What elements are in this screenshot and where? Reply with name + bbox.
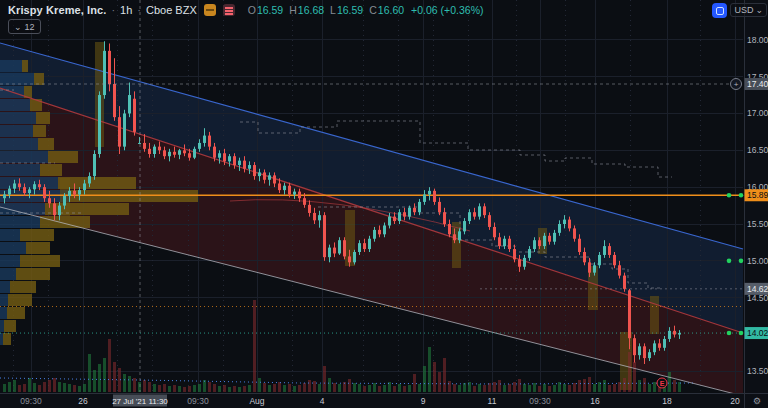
separator: · bbox=[137, 4, 141, 16]
candle-body bbox=[243, 161, 246, 169]
candle-body bbox=[108, 51, 111, 84]
volume-bar bbox=[248, 385, 251, 392]
candle-body bbox=[248, 165, 251, 169]
candle-body bbox=[538, 240, 541, 246]
candle-body bbox=[623, 276, 626, 289]
volume-bar bbox=[13, 380, 16, 392]
volume-bar bbox=[443, 358, 446, 392]
candle-body bbox=[458, 231, 461, 240]
candle-body bbox=[88, 176, 91, 183]
candle-body bbox=[548, 236, 551, 242]
green-dot-icon bbox=[727, 193, 732, 198]
interval-label[interactable]: 1h bbox=[120, 4, 132, 16]
volume-bar bbox=[123, 374, 126, 392]
exchange-label[interactable]: Cboe BZX bbox=[146, 4, 197, 16]
candle-body bbox=[208, 136, 211, 147]
candle-body bbox=[353, 252, 356, 262]
candle-body bbox=[348, 256, 351, 262]
volume-bar bbox=[258, 378, 261, 392]
candle-body bbox=[163, 150, 166, 156]
candle-body bbox=[118, 117, 121, 146]
candle-body bbox=[238, 161, 241, 165]
candle-body bbox=[103, 51, 106, 95]
volume-bar bbox=[218, 386, 221, 392]
candle-body bbox=[568, 220, 571, 229]
volume-bar bbox=[328, 378, 331, 392]
add-alert-plus-icon[interactable]: + bbox=[731, 79, 742, 90]
indicators-collapse-button[interactable]: ⌄ 12 bbox=[8, 19, 41, 34]
open-value: 16.59 bbox=[257, 4, 283, 16]
crosshair-price-label: 17.40 bbox=[747, 79, 768, 89]
candle-body bbox=[428, 191, 431, 195]
chart-window: +E18.0017.5017.0016.5016.0015.5015.0014.… bbox=[0, 0, 768, 408]
svg-text:E: E bbox=[660, 380, 665, 387]
candle-body bbox=[528, 249, 531, 258]
volume-bar bbox=[438, 372, 441, 392]
time-tick-label: 20 bbox=[730, 396, 740, 406]
volume-bar bbox=[53, 378, 56, 392]
candle-body bbox=[383, 225, 386, 234]
volume-bar bbox=[238, 387, 241, 392]
ohlc-values: O16.59 H16.68 L16.59 C16.60 bbox=[248, 4, 404, 16]
candle-body bbox=[68, 191, 71, 196]
low-key: L bbox=[330, 4, 336, 16]
volume-bar bbox=[173, 385, 176, 392]
amber-flag-icon[interactable] bbox=[204, 4, 216, 16]
volume-bar bbox=[403, 386, 406, 392]
candle-body bbox=[673, 331, 676, 335]
volume-bar bbox=[253, 300, 256, 392]
earnings-badge[interactable]: E bbox=[657, 378, 667, 388]
blue-widget-icon[interactable] bbox=[712, 3, 727, 18]
volume-bar bbox=[383, 385, 386, 392]
candle-body bbox=[613, 255, 616, 265]
volume-bar bbox=[38, 385, 41, 392]
volume-bar bbox=[93, 370, 96, 392]
candle-body bbox=[468, 212, 471, 221]
volume-bar bbox=[428, 347, 431, 392]
volume-bar bbox=[353, 383, 356, 392]
volume-bar bbox=[83, 384, 86, 392]
currency-menu[interactable]: USD ⌄ bbox=[730, 3, 767, 17]
candle-body bbox=[128, 95, 131, 113]
volume-bar bbox=[363, 386, 366, 392]
candle-body bbox=[518, 259, 521, 266]
volume-bar bbox=[3, 384, 6, 392]
candle-body bbox=[553, 233, 556, 242]
volume-bar bbox=[378, 386, 381, 392]
high-key: H bbox=[289, 4, 297, 16]
candle-body bbox=[493, 227, 496, 237]
candle-body bbox=[563, 220, 566, 224]
volume-bar bbox=[208, 382, 211, 392]
candle-body bbox=[8, 189, 11, 195]
candle-body bbox=[583, 252, 586, 262]
symbol-title[interactable]: Krispy Kreme, Inc. bbox=[8, 4, 106, 16]
candle-body bbox=[393, 217, 396, 221]
candle-body bbox=[573, 228, 576, 238]
candle-body bbox=[333, 248, 336, 254]
volume-bar bbox=[413, 374, 416, 392]
candle-body bbox=[193, 149, 196, 158]
time-tick-label: 11 bbox=[488, 396, 497, 406]
volume-bar bbox=[213, 384, 216, 392]
volume-bar bbox=[433, 362, 436, 392]
axis-settings-gear-icon[interactable]: ⚙ bbox=[753, 396, 761, 406]
volume-bar bbox=[158, 385, 161, 392]
candle-body bbox=[403, 212, 406, 216]
candle-body bbox=[503, 239, 506, 246]
price-axis-background[interactable] bbox=[744, 0, 768, 408]
candle-body bbox=[148, 149, 151, 154]
candle-body bbox=[198, 143, 201, 149]
candle-body bbox=[638, 346, 641, 355]
candle-body bbox=[318, 215, 321, 220]
volume-bar bbox=[193, 385, 196, 392]
chart-canvas[interactable]: +E18.0017.5017.0016.5016.0015.5015.0014.… bbox=[0, 0, 768, 408]
candle-body bbox=[138, 143, 141, 144]
volume-bar bbox=[463, 383, 466, 392]
volume-bar bbox=[643, 378, 646, 392]
candle-body bbox=[303, 198, 306, 205]
candle-body bbox=[598, 255, 601, 265]
red-lines-icon[interactable] bbox=[223, 4, 235, 16]
current-price-label: 14.02 bbox=[747, 328, 768, 338]
volume-bar bbox=[338, 384, 341, 392]
candle-body bbox=[43, 187, 46, 198]
